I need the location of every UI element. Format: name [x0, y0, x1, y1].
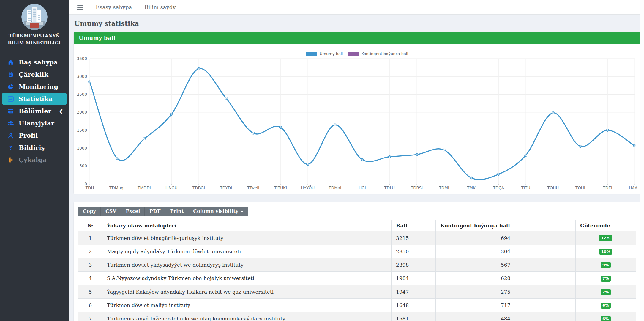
table-row: 7Türkmenistanyň Inžener-tehniki we ulag … [78, 312, 636, 321]
table-icon [7, 108, 15, 114]
brand-title: TÜRKMENISTANYŇ BILIM MINISTRLIGI [0, 33, 69, 46]
column-header-kontingent-boy-unc-a-ball[interactable]: Kontingent boýunça ball [436, 220, 576, 231]
legend-swatch [348, 52, 359, 56]
sidebar-nav: Baş sahypaÇäreklikMonitoringStatistikaBö… [0, 56, 69, 166]
svg-text:?: ? [9, 145, 12, 151]
svg-text:TOHI: TOHI [575, 185, 585, 190]
cell-kontingent: 484 [436, 312, 576, 321]
sidebar-item-bo-lu-mler[interactable]: Bölümler❮ [2, 105, 67, 117]
page-scrollbar[interactable] [640, 0, 644, 321]
question-icon: ? [7, 144, 15, 151]
svg-text:HNGU: HNGU [165, 185, 178, 190]
copy-button[interactable]: Copy [78, 207, 101, 216]
svg-text:HAA: HAA [629, 185, 638, 190]
sidebar-item-monitoring[interactable]: Monitoring [2, 81, 67, 93]
topbar-link-bilim-say-dy[interactable]: Bilim saýdy [144, 4, 176, 10]
legend-item-umumy-ball[interactable]: Umumy ball [306, 51, 343, 56]
print-button[interactable]: Print [165, 207, 189, 216]
cell-ball: 1947 [392, 285, 436, 298]
cell-percent: 10% [576, 245, 636, 258]
cell-ball: 1984 [392, 272, 436, 285]
svg-text:TDMI: TDMI [439, 185, 449, 190]
cell-num: 7 [78, 312, 102, 321]
cell-kontingent: 275 [436, 285, 576, 298]
percent-badge: 6% [601, 316, 611, 321]
logout-icon [7, 157, 15, 163]
cell-ball: 1648 [392, 298, 436, 312]
table-row: 4S.A.Nyýazow adyndaky Türkmen oba hojaly… [78, 272, 636, 285]
sidebar-item-ulanyjylar[interactable]: Ulanyjylar [2, 117, 67, 129]
pdf-button[interactable]: PDF [145, 207, 165, 216]
svg-text:TDLU: TDLU [384, 185, 395, 190]
sidebar-item-label: Çäreklik [19, 71, 48, 78]
sidebar-item-profil[interactable]: Profil [2, 129, 67, 141]
sidebar-item-c-a-reklik[interactable]: Çäreklik [2, 68, 67, 81]
cell-percent: 9% [576, 258, 636, 271]
cell-kontingent: 694 [436, 231, 576, 245]
chevron-left-icon[interactable]: ❮ [59, 108, 63, 114]
cell-percent: 7% [576, 285, 636, 298]
svg-text:TDMugI: TDMugI [109, 185, 124, 190]
cell-ball: 3215 [392, 231, 436, 245]
percent-badge: 7% [601, 276, 611, 281]
sidebar-item-label: Ulanyjylar [19, 119, 54, 127]
svg-text:500: 500 [79, 163, 87, 168]
statistics-table-panel: CopyCSVExcelPDFPrintColumn visibility №Ý… [74, 202, 640, 321]
column-header-y-okary-okuw-mekdepleri[interactable]: Ýokary okuw mekdepleri [102, 220, 392, 231]
sidebar-item-label: Monitoring [19, 83, 58, 90]
sidebar-item-c-ykalga[interactable]: Çykalga [2, 154, 67, 166]
cell-num: 2 [78, 245, 102, 258]
umumy-ball-panel: Umumy ball Umumy ballKontingent boýunça … [74, 32, 640, 194]
ministry-logo [21, 4, 48, 30]
cell-university-name: Ýagşygeldi Kakaýew adyndaky Halkara nebi… [102, 285, 392, 298]
cell-num: 4 [78, 272, 102, 285]
topbar: Esasy sahypaBilim saýdy [69, 0, 644, 15]
column-header-go-terimde[interactable]: Göterimde [576, 220, 636, 231]
sidebar-item-bildiris[interactable]: ?Bildiriş [2, 141, 67, 154]
sidebar-item-label: Çykalga [19, 156, 46, 163]
svg-text:TDEI: TDEI [603, 185, 612, 190]
cell-kontingent: 628 [436, 272, 576, 285]
svg-text:TTwelI: TTwelI [247, 185, 259, 190]
cell-university-name: Türkmen döwlet ykdysadyýet we dolandyryş… [102, 258, 392, 271]
line-chart-icon [7, 96, 15, 102]
cell-ball: 1581 [392, 312, 436, 321]
brand: TÜRKMENISTANYŇ BILIM MINISTRLIGI [0, 0, 69, 46]
cell-university-name: S.A.Nyýazow adyndaky Türkmen oba hojalyk… [102, 272, 392, 285]
umumy-ball-chart[interactable]: 0500100015002000250030003500TDUTDMugITMD… [77, 57, 637, 192]
legend-item-kontingent-boy-unc-a-ball[interactable]: Kontingent boýunça ball [348, 51, 408, 56]
column-header-num[interactable]: № [78, 220, 102, 231]
cell-ball: 2398 [392, 258, 436, 271]
hamburger-menu-icon[interactable] [76, 3, 84, 12]
cell-kontingent: 567 [436, 258, 576, 271]
cell-university-name: Türkmen döwlet binagärlik-gurluşyk insti… [102, 231, 392, 245]
legend-label: Kontingent boýunça ball [361, 51, 408, 56]
home-icon [7, 59, 15, 66]
table-row: 2Magtymguly adyndaky Türkmen döwlet uniw… [78, 245, 636, 258]
sidebar-item-statistika[interactable]: Statistika [2, 93, 67, 105]
column-header-ball[interactable]: Ball [392, 220, 436, 231]
svg-text:HYYÖU: HYYÖU [301, 185, 315, 190]
sidebar-item-label: Bölümler [19, 107, 51, 115]
svg-text:3000: 3000 [77, 74, 87, 79]
svg-text:TDU: TDU [85, 185, 94, 190]
cell-percent: 12% [576, 231, 636, 245]
cell-kontingent: 717 [436, 298, 576, 312]
percent-badge: 12% [599, 235, 612, 241]
topbar-link-esasy-sahypa[interactable]: Esasy sahypa [96, 4, 132, 10]
sidebar-item-label: Bildiriş [19, 144, 45, 151]
cell-university-name: Türkmen döwlet maliýe instituty [102, 298, 392, 312]
csv-button[interactable]: CSV [101, 207, 121, 216]
svg-text:1000: 1000 [77, 146, 87, 150]
column-visibility-button[interactable]: Column visibility [188, 207, 248, 216]
svg-text:TITU: TITU [521, 185, 530, 190]
excel-button[interactable]: Excel [121, 207, 145, 216]
sidebar-item-label: Statistika [19, 95, 53, 103]
svg-text:2500: 2500 [77, 92, 87, 97]
sidebar-item-bas-sahypa[interactable]: Baş sahypa [2, 56, 67, 68]
svg-text:1500: 1500 [77, 128, 87, 133]
caret-down-icon [241, 211, 244, 213]
page-title: Umumy statistika [74, 20, 640, 27]
svg-text:TDYDI: TDYDI [220, 185, 232, 190]
chart-body: Umumy ballKontingent boýunça ball 050010… [74, 44, 640, 194]
